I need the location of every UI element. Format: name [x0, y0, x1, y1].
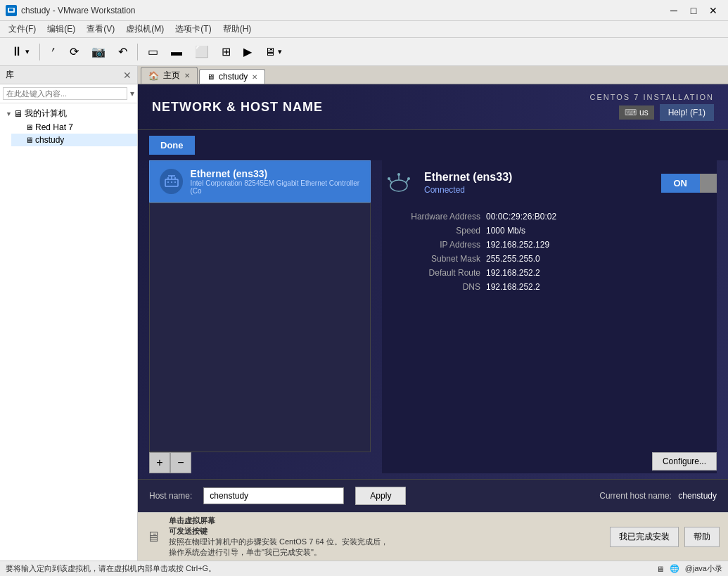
menu-bar: 文件(F) 编辑(E) 查看(V) 虚拟机(M) 选项卡(T) 帮助(H): [0, 21, 728, 38]
snapshot-icon: 📷: [91, 45, 106, 58]
sidebar: 库 ✕ ▾ ▼ 🖥 我的计算机 🖥 Red Hat 7 🖥: [0, 66, 138, 561]
tab-chstudy[interactable]: 🖥 chstudy ✕: [199, 69, 265, 84]
default-route-value: 192.168.252.2: [486, 268, 540, 278]
network-main: Ethernet (ens33) Intel Corporation 82545…: [138, 160, 728, 479]
pause-button[interactable]: ⏸ ▾: [6, 41, 34, 62]
detail-row-default-route: Default Route 192.168.252.2: [382, 266, 717, 280]
toolbar-separator-2: [137, 44, 138, 60]
dns-label: DNS: [382, 282, 480, 292]
menu-help[interactable]: 帮助(H): [217, 22, 257, 37]
centos-label: CENTOS 7 INSTALLATION: [590, 93, 714, 101]
revert-button[interactable]: ↶: [113, 42, 132, 61]
sidebar-item-chstudy[interactable]: 🖥 chstudy: [11, 134, 137, 146]
terminal-button[interactable]: ▶: [238, 42, 257, 61]
details-header: Ethernet (ens33) Connected ON: [382, 160, 717, 204]
details-adapter-status: Connected: [424, 185, 512, 195]
sidebar-item-redhat7[interactable]: 🖥 Red Hat 7: [11, 121, 137, 134]
current-hostname-label: Current host name:: [599, 491, 672, 501]
adapter-list-empty-area: [149, 203, 371, 452]
home-tab-close-icon[interactable]: ✕: [184, 72, 190, 79]
adapter-item-ens33[interactable]: Ethernet (ens33) Intel Corporation 82545…: [149, 160, 371, 203]
display-button[interactable]: 🖥 ▾: [260, 43, 287, 61]
tab-home[interactable]: 🏠 主页 ✕: [141, 67, 198, 84]
sidebar-close-button[interactable]: ✕: [123, 70, 132, 81]
notification-icon: 🖥: [146, 529, 160, 545]
sidebar-vm-list: 🖥 Red Hat 7 🖥 chstudy: [0, 121, 137, 146]
home-tab-icon: 🏠: [148, 71, 159, 81]
menu-file[interactable]: 文件(F): [3, 22, 41, 37]
help-action-button[interactable]: 帮助: [684, 527, 720, 547]
sidebar-header: 库 ✕: [0, 66, 137, 84]
remove-adapter-button[interactable]: −: [170, 452, 191, 473]
vm-content: NETWORK & HOST NAME CENTOS 7 INSTALLATIO…: [138, 84, 728, 512]
apply-button[interactable]: Apply: [355, 487, 406, 505]
configure-button[interactable]: Configure...: [652, 452, 717, 471]
configure-area: Configure...: [382, 447, 717, 473]
toggle-on-button[interactable]: ON: [661, 174, 701, 193]
tab-bar: 🏠 主页 ✕ 🖥 chstudy ✕: [138, 66, 728, 84]
power-button[interactable]: ⟳: [65, 42, 84, 61]
network-section-title: NETWORK & HOST NAME: [152, 100, 323, 115]
pause-icon: ⏸: [11, 44, 23, 59]
hostname-label: Host name:: [149, 491, 192, 501]
ctrl-alt-del-icon: ⎖: [50, 46, 57, 58]
menu-vm[interactable]: 虚拟机(M): [120, 22, 170, 37]
redhat7-label: Red Hat 7: [35, 122, 73, 132]
sidebar-search-input[interactable]: [3, 87, 127, 100]
minimize-button[interactable]: ─: [665, 4, 683, 18]
window-title: chstudy - VMware Workstation: [21, 6, 665, 15]
title-bar: chstudy - VMware Workstation ─ □ ✕: [0, 0, 728, 21]
menu-edit[interactable]: 编辑(E): [41, 22, 81, 37]
toolbar-separator-1: [39, 44, 40, 60]
window-controls: ─ □ ✕: [665, 4, 722, 18]
snapshot-button[interactable]: 📷: [87, 42, 110, 61]
maximize-button[interactable]: □: [684, 4, 703, 18]
menu-tab[interactable]: 选项卡(T): [170, 22, 217, 37]
chstudy-tab-close-icon[interactable]: ✕: [252, 73, 257, 81]
content-area: 🏠 主页 ✕ 🖥 chstudy ✕ NETWORK & HOST NAME C…: [138, 66, 728, 561]
hardware-address-label: Hardware Address: [382, 212, 480, 222]
keyboard-lang: us: [639, 108, 649, 117]
terminal-icon: ▶: [243, 45, 252, 58]
details-adapter-icon: [382, 166, 416, 200]
adapter-list: Ethernet (ens33) Intel Corporation 82545…: [149, 160, 371, 473]
toggle-off-button[interactable]: [700, 174, 717, 193]
svg-point-9: [171, 181, 172, 183]
redhat7-vm-icon: 🖥: [25, 123, 33, 132]
sidebar-search-bar: ▾: [0, 84, 137, 103]
svg-point-8: [167, 181, 169, 183]
computer-icon: 🖥: [13, 108, 23, 119]
vm-screen[interactable]: NETWORK & HOST NAME CENTOS 7 INSTALLATIO…: [138, 84, 728, 512]
send-ctrl-alt-del-button[interactable]: ⎖: [45, 43, 62, 61]
pause-dropdown-icon: ▾: [25, 47, 30, 56]
detail-row-speed: Speed 1000 Mb/s: [382, 224, 717, 238]
complete-install-button[interactable]: 我已完成安装: [610, 527, 679, 547]
status-network-icon: 🌐: [670, 564, 679, 573]
power-icon: ⟳: [70, 45, 79, 58]
app-icon: [6, 5, 17, 16]
display-dropdown-icon: ▾: [278, 47, 282, 56]
hostname-bar: Host name: Apply Current host name: chen…: [138, 479, 728, 512]
default-route-label: Default Route: [382, 268, 480, 278]
sidebar-item-my-computer[interactable]: ▼ 🖥 我的计算机: [0, 106, 137, 121]
keyboard-icon: ⌨: [625, 108, 637, 117]
view1-icon: ▭: [148, 45, 158, 58]
view-button-3[interactable]: ⬜: [190, 42, 214, 61]
view-button-2[interactable]: ▬: [166, 43, 187, 61]
help-button[interactable]: Help! (F1): [660, 104, 714, 121]
keyboard-selector[interactable]: ⌨ us: [619, 105, 654, 120]
view-button-4[interactable]: ⊞: [217, 42, 236, 61]
close-button[interactable]: ✕: [704, 4, 722, 18]
menu-view[interactable]: 查看(V): [81, 22, 120, 37]
adapter-details: Ethernet (ens33) Connected ON: [382, 160, 717, 473]
speed-label: Speed: [382, 226, 480, 236]
detail-row-subnet: Subnet Mask 255.255.255.0: [382, 252, 717, 266]
current-hostname-value: chenstudy: [678, 491, 717, 501]
search-dropdown-icon[interactable]: ▾: [130, 89, 134, 98]
hostname-input[interactable]: [203, 487, 344, 504]
view2-icon: ▬: [171, 46, 182, 58]
done-button[interactable]: Done: [149, 136, 195, 155]
ethernet-icon: [160, 169, 183, 194]
add-adapter-button[interactable]: +: [149, 452, 170, 473]
view-button-1[interactable]: ▭: [143, 42, 163, 61]
